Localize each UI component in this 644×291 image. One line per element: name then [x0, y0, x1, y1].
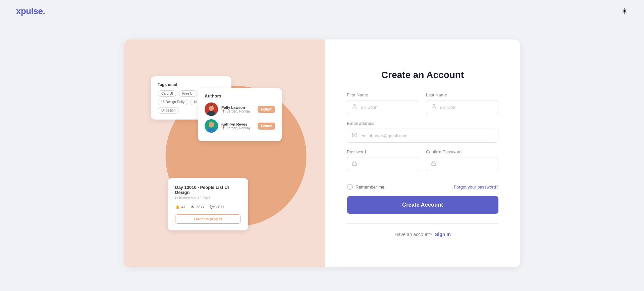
logo-text: xpulse [16, 6, 43, 16]
eye-icon: 👁 [191, 205, 195, 209]
confirm-password-group: Confirm Password [426, 149, 498, 171]
confirm-password-label: Confirm Password [426, 149, 498, 154]
svg-rect-8 [352, 133, 357, 137]
last-name-input[interactable] [440, 105, 493, 110]
first-name-label: First Name [347, 92, 419, 97]
sign-in-link[interactable]: Sign In [435, 232, 451, 237]
project-stats: 👍 47 👁 3877 💬 3877 [175, 205, 241, 209]
left-panel: Tags used Card UI Free UI UI Design Dail… [124, 40, 325, 267]
views-count: 3877 [196, 205, 204, 209]
form-title: Create an Account [347, 70, 498, 80]
author-info-kathryn: Kathryn Reyes 📍 Bergen, Norway [221, 122, 258, 130]
first-name-input[interactable] [361, 105, 414, 110]
like-project-button[interactable]: Like this project [175, 214, 241, 224]
follow-button-kathryn[interactable]: Follow [258, 123, 275, 130]
tags-card-title: Tags used [158, 82, 225, 87]
remember-me-label[interactable]: Remember me [347, 184, 384, 190]
remember-me-checkbox[interactable] [347, 184, 353, 190]
author-location-polly: 📍 Bergen, Norway [221, 110, 258, 113]
confirm-password-input[interactable] [440, 162, 493, 167]
tag-card-ui: Card UI [158, 90, 176, 97]
auth-card: Tags used Card UI Free UI UI Design Dail… [124, 40, 520, 267]
name-row: First Name Last Name [347, 92, 498, 114]
author-name-polly: Polly Lawson [221, 105, 258, 110]
password-input[interactable] [361, 162, 414, 167]
logo-dot: . [43, 6, 45, 16]
person-icon [352, 104, 357, 111]
email-input-wrapper [347, 129, 498, 143]
svg-point-4 [209, 122, 214, 128]
last-name-group: Last Name [426, 92, 498, 114]
lock-icon-2 [431, 161, 436, 167]
have-account-text: Have an account? [394, 232, 432, 237]
email-input[interactable] [361, 133, 493, 138]
comments-count: 3877 [216, 205, 224, 209]
authors-card: Authors Polly Lawson [198, 88, 282, 141]
logo: xpulse. [16, 6, 45, 16]
lock-icon [352, 161, 357, 167]
password-row: Password Confirm Password [347, 149, 498, 171]
svg-rect-10 [432, 163, 436, 165]
tag-ui-design-daily: UI Design Daily [158, 99, 188, 105]
authors-card-title: Authors [205, 93, 275, 98]
author-info-polly: Polly Lawson 📍 Bergen, Norway [221, 105, 258, 113]
confirm-password-input-wrapper [426, 157, 498, 171]
email-group: Email address [347, 121, 498, 143]
location-icon: 📍 [221, 110, 225, 113]
project-date: Published Mar 12, 2021 [175, 196, 241, 200]
email-icon [352, 132, 357, 139]
email-label: Email address [347, 121, 498, 126]
email-row: Email address [347, 121, 498, 143]
author-name-kathryn: Kathryn Reyes [221, 122, 258, 126]
first-name-group: First Name [347, 92, 419, 114]
tag-ui-design: UI design [158, 107, 179, 114]
thumb-up-icon: 👍 [175, 205, 180, 209]
forgot-password-link[interactable]: Forgot your password? [454, 185, 498, 190]
project-card: Day 13010 · People List UI Design Publis… [168, 178, 248, 230]
sign-in-row: Have an account? Sign In [347, 232, 498, 237]
svg-point-7 [433, 104, 434, 106]
person-icon-2 [431, 104, 436, 111]
avatar-polly [205, 102, 218, 116]
follow-button-polly[interactable]: Follow [258, 106, 275, 113]
svg-rect-9 [353, 163, 357, 165]
author-row-polly: Polly Lawson 📍 Bergen, Norway Follow [205, 102, 275, 116]
form-extras: Remember me Forgot your password? [347, 184, 498, 190]
likes-count: 47 [181, 205, 185, 209]
last-name-label: Last Name [426, 92, 498, 97]
tag-free-ui: Free UI [178, 90, 197, 97]
project-title: Day 13010 · People List UI Design [175, 185, 241, 195]
last-name-input-wrapper [426, 100, 498, 114]
ui-cards-showcase: Tags used Card UI Free UI UI Design Dail… [124, 40, 325, 267]
svg-point-6 [354, 104, 355, 106]
password-group: Password [347, 149, 419, 171]
likes-stat: 👍 47 [175, 205, 185, 209]
theme-toggle-icon[interactable]: ☀ [621, 7, 628, 16]
author-location-kathryn: 📍 Bergen, Norway [221, 126, 258, 130]
avatar-kathryn [205, 119, 218, 133]
first-name-input-wrapper [347, 100, 419, 114]
password-input-wrapper [347, 157, 419, 171]
views-stat: 👁 3877 [191, 205, 204, 209]
comments-stat: 💬 3877 [210, 205, 224, 209]
password-label: Password [347, 149, 419, 154]
header: xpulse. ☀ [0, 0, 644, 22]
main-content: Tags used Card UI Free UI UI Design Dail… [0, 22, 644, 291]
right-panel: Create an Account First Name [325, 40, 520, 267]
remember-me-text: Remember me [356, 185, 384, 190]
location-icon-2: 📍 [221, 126, 225, 130]
author-row-kathryn: Kathryn Reyes 📍 Bergen, Norway Follow [205, 119, 275, 133]
comment-icon: 💬 [210, 205, 215, 209]
create-account-button[interactable]: Create Account [347, 196, 498, 214]
divider [347, 223, 498, 224]
